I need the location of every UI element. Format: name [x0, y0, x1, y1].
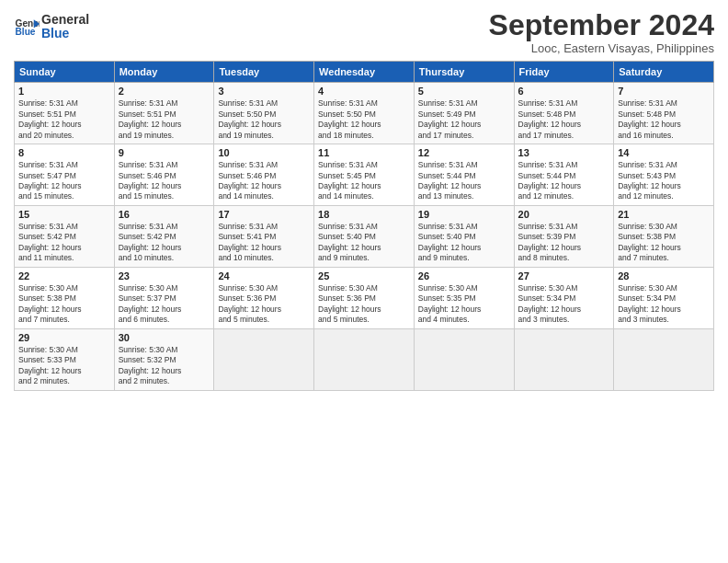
day-info: Sunrise: 5:30 AM Sunset: 5:38 PM Dayligh…	[18, 283, 110, 326]
day-number: 21	[618, 209, 710, 220]
day-info: Sunrise: 5:30 AM Sunset: 5:36 PM Dayligh…	[318, 283, 410, 326]
day-cell: 3Sunrise: 5:31 AM Sunset: 5:50 PM Daylig…	[214, 83, 314, 144]
weekday-header-thursday: Thursday	[414, 62, 514, 83]
title-block: September 2024 Looc, Eastern Visayas, Ph…	[489, 9, 714, 55]
day-info: Sunrise: 5:31 AM Sunset: 5:41 PM Dayligh…	[218, 222, 310, 264]
day-cell: 29Sunrise: 5:30 AM Sunset: 5:33 PM Dayli…	[15, 328, 115, 390]
day-number: 12	[418, 147, 510, 158]
day-number: 20	[518, 209, 610, 220]
day-cell: 24Sunrise: 5:30 AM Sunset: 5:36 PM Dayli…	[214, 267, 314, 328]
day-info: Sunrise: 5:31 AM Sunset: 5:51 PM Dayligh…	[18, 98, 110, 141]
page: General Blue General Blue September 2024…	[0, 0, 728, 563]
day-cell: 21Sunrise: 5:30 AM Sunset: 5:38 PM Dayli…	[614, 205, 714, 267]
day-info: Sunrise: 5:31 AM Sunset: 5:50 PM Dayligh…	[318, 98, 410, 141]
day-number: 30	[119, 332, 210, 343]
day-number: 25	[318, 270, 410, 282]
day-number: 3	[218, 86, 310, 97]
weekday-header-friday: Friday	[514, 62, 614, 83]
day-number: 5	[418, 86, 510, 97]
day-number: 16	[119, 209, 210, 220]
logo: General Blue General Blue	[14, 13, 89, 41]
day-cell: 6Sunrise: 5:31 AM Sunset: 5:48 PM Daylig…	[514, 83, 614, 144]
day-cell: 5Sunrise: 5:31 AM Sunset: 5:49 PM Daylig…	[414, 83, 514, 144]
day-info: Sunrise: 5:31 AM Sunset: 5:44 PM Dayligh…	[518, 160, 610, 202]
week-row-5: 29Sunrise: 5:30 AM Sunset: 5:33 PM Dayli…	[15, 328, 714, 390]
day-info: Sunrise: 5:31 AM Sunset: 5:39 PM Dayligh…	[518, 222, 610, 264]
day-number: 8	[18, 147, 110, 158]
day-number: 27	[518, 270, 610, 282]
day-info: Sunrise: 5:31 AM Sunset: 5:50 PM Dayligh…	[218, 98, 310, 141]
day-info: Sunrise: 5:30 AM Sunset: 5:36 PM Dayligh…	[218, 283, 310, 326]
day-cell: 12Sunrise: 5:31 AM Sunset: 5:44 PM Dayli…	[414, 144, 514, 206]
day-number: 22	[18, 270, 110, 282]
day-cell	[314, 328, 415, 390]
day-cell: 4Sunrise: 5:31 AM Sunset: 5:50 PM Daylig…	[314, 83, 415, 144]
day-info: Sunrise: 5:31 AM Sunset: 5:43 PM Dayligh…	[618, 160, 710, 202]
day-cell: 25Sunrise: 5:30 AM Sunset: 5:36 PM Dayli…	[314, 267, 415, 328]
day-number: 2	[119, 86, 210, 97]
weekday-header-saturday: Saturday	[614, 62, 714, 83]
day-cell: 28Sunrise: 5:30 AM Sunset: 5:34 PM Dayli…	[614, 267, 714, 328]
day-cell: 9Sunrise: 5:31 AM Sunset: 5:46 PM Daylig…	[114, 144, 214, 206]
day-info: Sunrise: 5:30 AM Sunset: 5:33 PM Dayligh…	[18, 345, 110, 387]
day-number: 4	[318, 86, 410, 97]
week-row-3: 15Sunrise: 5:31 AM Sunset: 5:42 PM Dayli…	[15, 205, 714, 267]
day-number: 11	[318, 147, 410, 158]
day-info: Sunrise: 5:31 AM Sunset: 5:51 PM Dayligh…	[119, 98, 210, 141]
day-cell	[214, 328, 314, 390]
day-info: Sunrise: 5:31 AM Sunset: 5:49 PM Dayligh…	[418, 98, 510, 141]
day-number: 6	[518, 86, 610, 97]
day-number: 7	[618, 86, 710, 97]
week-row-1: 1Sunrise: 5:31 AM Sunset: 5:51 PM Daylig…	[15, 83, 714, 144]
day-info: Sunrise: 5:30 AM Sunset: 5:35 PM Dayligh…	[418, 283, 510, 326]
day-info: Sunrise: 5:31 AM Sunset: 5:45 PM Dayligh…	[318, 160, 410, 202]
logo-line1: General	[41, 13, 89, 27]
day-info: Sunrise: 5:31 AM Sunset: 5:40 PM Dayligh…	[418, 222, 510, 264]
day-cell: 13Sunrise: 5:31 AM Sunset: 5:44 PM Dayli…	[514, 144, 614, 206]
day-cell: 18Sunrise: 5:31 AM Sunset: 5:40 PM Dayli…	[314, 205, 415, 267]
day-cell: 26Sunrise: 5:30 AM Sunset: 5:35 PM Dayli…	[414, 267, 514, 328]
day-info: Sunrise: 5:31 AM Sunset: 5:46 PM Dayligh…	[218, 160, 310, 202]
day-cell: 19Sunrise: 5:31 AM Sunset: 5:40 PM Dayli…	[414, 205, 514, 267]
day-number: 18	[318, 209, 410, 220]
day-cell: 7Sunrise: 5:31 AM Sunset: 5:48 PM Daylig…	[614, 83, 714, 144]
weekday-header-monday: Monday	[114, 62, 214, 83]
day-number: 26	[418, 270, 510, 282]
day-info: Sunrise: 5:31 AM Sunset: 5:44 PM Dayligh…	[418, 160, 510, 202]
day-number: 1	[18, 86, 110, 97]
day-info: Sunrise: 5:31 AM Sunset: 5:48 PM Dayligh…	[518, 98, 610, 141]
day-info: Sunrise: 5:31 AM Sunset: 5:42 PM Dayligh…	[119, 222, 210, 264]
day-number: 9	[119, 147, 210, 158]
day-info: Sunrise: 5:30 AM Sunset: 5:38 PM Dayligh…	[618, 222, 710, 264]
week-row-2: 8Sunrise: 5:31 AM Sunset: 5:47 PM Daylig…	[15, 144, 714, 206]
day-number: 29	[18, 332, 110, 343]
day-cell: 27Sunrise: 5:30 AM Sunset: 5:34 PM Dayli…	[514, 267, 614, 328]
day-number: 17	[218, 209, 310, 220]
day-cell: 30Sunrise: 5:30 AM Sunset: 5:32 PM Dayli…	[114, 328, 214, 390]
day-number: 19	[418, 209, 510, 220]
svg-text:Blue: Blue	[16, 28, 36, 38]
day-number: 28	[618, 270, 710, 282]
header: General Blue General Blue September 2024…	[14, 9, 714, 55]
day-info: Sunrise: 5:30 AM Sunset: 5:34 PM Dayligh…	[618, 283, 710, 326]
subtitle: Looc, Eastern Visayas, Philippines	[489, 41, 714, 55]
day-number: 15	[18, 209, 110, 220]
day-cell	[614, 328, 714, 390]
day-cell: 16Sunrise: 5:31 AM Sunset: 5:42 PM Dayli…	[114, 205, 214, 267]
day-cell: 15Sunrise: 5:31 AM Sunset: 5:42 PM Dayli…	[15, 205, 115, 267]
calendar-table: SundayMondayTuesdayWednesdayThursdayFrid…	[14, 61, 714, 390]
day-info: Sunrise: 5:30 AM Sunset: 5:32 PM Dayligh…	[119, 345, 210, 387]
month-title: September 2024	[489, 9, 714, 41]
day-cell	[414, 328, 514, 390]
day-cell: 22Sunrise: 5:30 AM Sunset: 5:38 PM Dayli…	[15, 267, 115, 328]
day-cell: 8Sunrise: 5:31 AM Sunset: 5:47 PM Daylig…	[15, 144, 115, 206]
day-number: 24	[218, 270, 310, 282]
logo-line2: Blue	[41, 27, 89, 40]
day-cell: 2Sunrise: 5:31 AM Sunset: 5:51 PM Daylig…	[114, 83, 214, 144]
day-number: 13	[518, 147, 610, 158]
day-info: Sunrise: 5:31 AM Sunset: 5:40 PM Dayligh…	[318, 222, 410, 264]
day-info: Sunrise: 5:30 AM Sunset: 5:34 PM Dayligh…	[518, 283, 610, 326]
day-cell: 11Sunrise: 5:31 AM Sunset: 5:45 PM Dayli…	[314, 144, 415, 206]
day-info: Sunrise: 5:31 AM Sunset: 5:47 PM Dayligh…	[18, 160, 110, 202]
day-info: Sunrise: 5:31 AM Sunset: 5:48 PM Dayligh…	[618, 98, 710, 141]
